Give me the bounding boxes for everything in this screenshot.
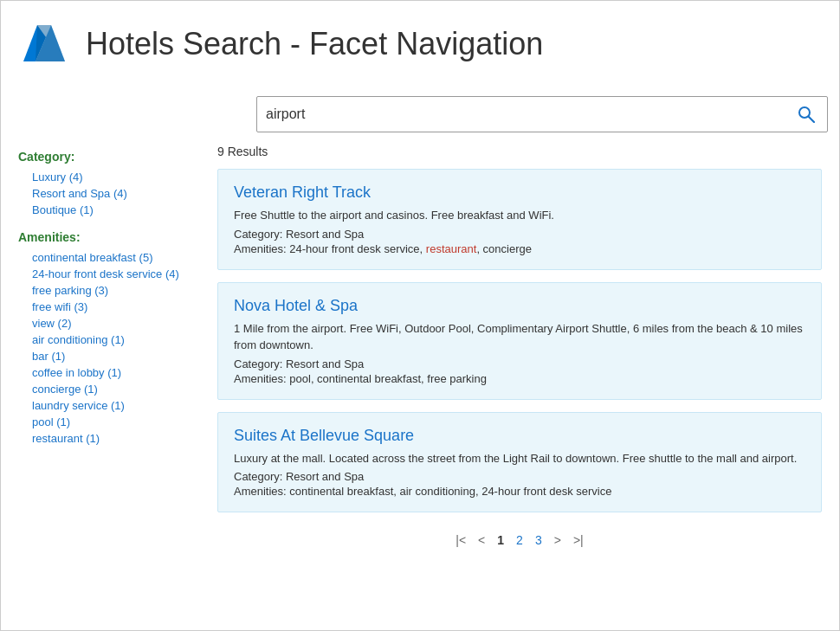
azure-logo-icon [18, 18, 70, 70]
facet-category-resort-spa[interactable]: Resort and Spa (4) [18, 187, 200, 200]
search-bar [256, 96, 828, 132]
pagination-first[interactable]: |< [456, 533, 466, 547]
header: Hotels Search - Facet Navigation [18, 18, 822, 79]
facet-amenity-air-conditioning[interactable]: air conditioning (1) [18, 333, 200, 346]
facet-amenity-continental-breakfast[interactable]: continental breakfast (5) [18, 251, 200, 264]
result-amenities-suffix-1: , concierge [476, 242, 532, 255]
facet-amenity-free-parking[interactable]: free parking (3) [18, 284, 200, 297]
result-description-1: Free Shuttle to the airport and casinos.… [234, 207, 805, 224]
result-title-3[interactable]: Suites At Bellevue Square [234, 427, 805, 445]
result-item-3: Suites At Bellevue Square Luxury at the … [217, 412, 822, 513]
facet-amenity-free-wifi[interactable]: free wifi (3) [18, 300, 200, 313]
search-icon [798, 106, 815, 123]
result-category-2: Category: Resort and Spa [234, 357, 805, 370]
search-bar-wrapper [256, 96, 822, 132]
result-title-2[interactable]: Nova Hotel & Spa [234, 297, 805, 315]
facet-amenity-laundry[interactable]: laundry service (1) [18, 399, 200, 412]
page-title: Hotels Search - Facet Navigation [86, 26, 543, 62]
category-facet-group: Category: Luxury (4) Resort and Spa (4) … [18, 150, 200, 216]
result-category-3: Category: Resort and Spa [234, 470, 805, 483]
facet-category-luxury[interactable]: Luxury (4) [18, 171, 200, 184]
amenities-facet-group: Amenities: continental breakfast (5) 24-… [18, 230, 200, 445]
search-button[interactable] [794, 102, 818, 126]
page-wrapper: Hotels Search - Facet Navigation Categor… [0, 0, 840, 631]
facet-amenity-bar[interactable]: bar (1) [18, 350, 200, 363]
svg-point-3 [799, 107, 810, 118]
pagination-next[interactable]: > [554, 533, 561, 547]
result-amenities-3: Amenities: continental breakfast, air co… [234, 485, 805, 498]
result-amenities-prefix-1: Amenities: 24-hour front desk service, [234, 242, 426, 255]
result-amenities-2: Amenities: pool, continental breakfast, … [234, 372, 805, 385]
result-amenity-link-1[interactable]: restaurant [426, 242, 477, 255]
result-amenities-1: Amenities: 24-hour front desk service, r… [234, 242, 805, 255]
results-area: 9 Results Veteran Right Track Free Shutt… [217, 145, 822, 547]
search-input[interactable] [266, 106, 794, 122]
category-label: Category: [18, 150, 200, 164]
pagination-last[interactable]: >| [573, 533, 584, 547]
pagination-page-3[interactable]: 3 [535, 533, 542, 547]
main-layout: Category: Luxury (4) Resort and Spa (4) … [18, 145, 822, 547]
pagination-page-1[interactable]: 1 [497, 533, 504, 547]
result-item-2: Nova Hotel & Spa 1 Mile from the airport… [217, 282, 822, 400]
result-item-1: Veteran Right Track Free Shuttle to the … [217, 169, 822, 270]
facet-category-boutique[interactable]: Boutique (1) [18, 203, 200, 216]
result-description-2: 1 Mile from the airport. Free WiFi, Outd… [234, 320, 805, 354]
facet-amenity-view[interactable]: view (2) [18, 317, 200, 330]
pagination-prev[interactable]: < [478, 533, 485, 547]
result-category-1: Category: Resort and Spa [234, 228, 805, 241]
facet-amenity-pool[interactable]: pool (1) [18, 415, 200, 428]
facet-amenity-coffee-lobby[interactable]: coffee in lobby (1) [18, 366, 200, 379]
results-count: 9 Results [217, 145, 822, 158]
amenities-label: Amenities: [18, 230, 200, 244]
result-title-1[interactable]: Veteran Right Track [234, 184, 805, 202]
svg-marker-2 [36, 25, 65, 61]
result-description-3: Luxury at the mall. Located across the s… [234, 450, 805, 467]
svg-line-4 [809, 117, 814, 122]
facet-amenity-concierge[interactable]: concierge (1) [18, 383, 200, 396]
pagination-page-2[interactable]: 2 [516, 533, 523, 547]
sidebar: Category: Luxury (4) Resort and Spa (4) … [18, 145, 200, 547]
facet-amenity-front-desk[interactable]: 24-hour front desk service (4) [18, 267, 200, 280]
pagination: |< < 1 2 3 > >| [217, 533, 822, 547]
facet-amenity-restaurant[interactable]: restaurant (1) [18, 432, 200, 445]
